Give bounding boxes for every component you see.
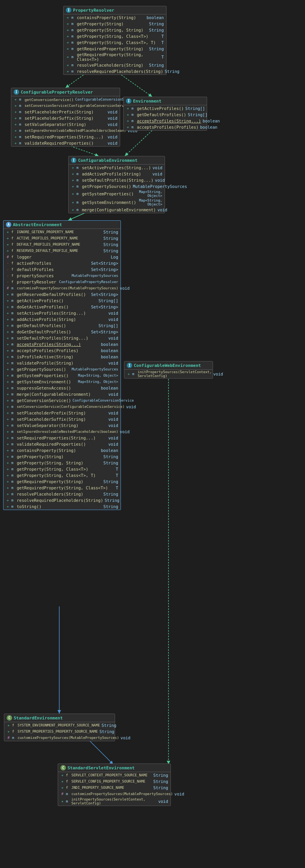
kind-icon: m — [76, 166, 80, 170]
member-name: resolvePlaceholders(String) — [17, 492, 102, 496]
member-name: resolvePlaceholders(String) — [77, 63, 147, 67]
vis-icon: + — [126, 106, 130, 110]
member-row: +fDEFAULT_PROFILES_PROPERTY_NAMEString — [4, 241, 121, 248]
class-icon: C — [60, 765, 66, 771]
member-name: logger — [17, 255, 109, 259]
member-row: #mcustomizePropertySources(MutableProper… — [58, 791, 170, 797]
vis-icon: # — [60, 792, 64, 796]
member-name: validateRequiredProperties() — [17, 442, 107, 446]
kind-icon: m — [71, 34, 75, 38]
kind-icon: m — [131, 106, 135, 110]
member-row: +msetPlaceholderSuffix(String)void — [11, 115, 120, 121]
member-row: +mcontainsProperty(String)boolean — [64, 14, 166, 21]
member-row: +mgetProperty(String, Class<T>, T)T — [64, 39, 166, 46]
member-type: boolean — [101, 342, 118, 347]
member-row: +mgetProperty(String, Class<T>)T — [4, 466, 121, 472]
vis-icon: + — [6, 492, 10, 496]
member-name: getReservedDefaultProfiles() — [17, 292, 89, 297]
member-type: T — [116, 485, 118, 490]
vis-icon: + — [6, 336, 10, 340]
vis-icon: + — [6, 317, 10, 321]
member-type: Map<String, Object> — [78, 380, 118, 384]
member-name: resolveRequiredPlaceholders(String) — [77, 69, 163, 74]
vis-icon: + — [71, 178, 75, 182]
member-name: customizePropertySources(MutableProperty… — [17, 286, 118, 290]
member-name: setDefaultProfiles(String...) — [82, 178, 153, 182]
member-name: addActiveProfile(String) — [17, 317, 107, 322]
member-type: String — [103, 242, 118, 247]
vis-icon: + — [6, 249, 10, 253]
kind-icon: m — [11, 405, 15, 409]
member-name: setValueSeparator(String) — [25, 122, 106, 127]
member-type: String — [103, 230, 118, 234]
class-standardenvironment: C StandardEnvironment +fSYSTEM_ENVIRONME… — [4, 714, 115, 741]
member-name: setConversionService(ConfigurableConvers… — [17, 405, 124, 409]
member-name: getProperty(String, Class<T>) — [17, 467, 114, 471]
vis-icon: + — [60, 799, 64, 803]
member-row: +msetConversionService(ConfigurableConve… — [11, 103, 120, 109]
member-type: void — [126, 404, 136, 409]
member-name: suppressGetenvAccess() — [17, 386, 99, 390]
member-type: boolean — [202, 119, 220, 123]
vis-icon: + — [126, 119, 130, 123]
member-name: setIgnoreUnresolvableNestedPlaceholders(… — [25, 129, 126, 133]
vis-icon: # — [6, 255, 10, 259]
member-name: getConversionService() — [25, 97, 74, 102]
member-row: +maddActiveProfile(String)void — [69, 171, 165, 177]
member-type: String[] — [98, 298, 118, 303]
member-name: getRequiredProperty(String) — [77, 46, 147, 51]
member-type: Set<String> — [91, 305, 118, 309]
member-name: RESERVED_DEFAULT_PROFILE_NAME — [17, 249, 102, 253]
member-row: +mmerge(ConfigurableEnvironment)void — [69, 207, 165, 213]
member-type: String — [103, 504, 118, 509]
member-name: ACTIVE_PROFILES_PROPERTY_NAME — [17, 236, 102, 240]
kind-icon: m — [76, 172, 80, 176]
kind-icon: m — [19, 110, 23, 114]
kind-icon: m — [76, 200, 80, 204]
member-row: +mgetConversionService()ConfigurableConv… — [4, 397, 121, 404]
kind-icon: m — [19, 104, 23, 108]
vis-icon: + — [6, 349, 10, 353]
vis-icon: + — [6, 367, 10, 371]
member-row: +mgetProperty(String)String — [4, 453, 121, 460]
member-type: String — [103, 461, 118, 465]
member-type: void — [120, 286, 129, 291]
member-name: getProperty(String) — [77, 21, 147, 26]
class-icon: C — [7, 715, 12, 721]
member-row: +mgetPropertySources()MutablePropertySou… — [4, 366, 121, 372]
member-row: +msetPlaceholderSuffix(String)void — [4, 416, 121, 422]
kind-icon: f — [11, 274, 15, 278]
member-type: void — [121, 735, 130, 740]
member-row: +fSYSTEM_PROPERTIES_PROPERTY_SOURCE_NAME… — [4, 728, 115, 735]
member-name: getRequiredProperty(String, Class<T>) — [77, 52, 160, 62]
member-type: void — [213, 372, 223, 376]
kind-icon: m — [11, 417, 15, 421]
member-name: getRequiredProperty(String) — [17, 479, 102, 484]
member-name: getSystemProperties() — [17, 373, 76, 378]
member-row: +msetDefaultProfiles(String...)void — [4, 335, 121, 341]
abstract-icon: A — [6, 222, 11, 227]
kind-icon: m — [11, 442, 15, 446]
member-type: boolean — [101, 348, 118, 353]
member-type: Set<String> — [91, 261, 118, 266]
member-name: setActiveProfiles(String...) — [82, 165, 151, 170]
member-name: getActiveProfiles() — [17, 298, 97, 303]
member-row: +fACTIVE_PROFILES_PROPERTY_NAMEString — [4, 235, 121, 241]
member-row: -factiveProfilesSet<String> — [4, 260, 121, 266]
kind-icon: m — [132, 372, 136, 376]
member-name: getProperty(String, Class<T>) — [77, 34, 160, 39]
member-row: +fJNDI_PROPERTY_SOURCE_NAMEString — [58, 785, 170, 791]
member-row: +mgetSystemEnvironment()Map<String, Obje… — [69, 198, 165, 207]
member-name: addActiveProfile(String) — [82, 172, 151, 176]
member-type: String — [149, 63, 164, 67]
members-cwe: +minitPropertySources(ServletContext, Se… — [124, 370, 213, 378]
member-row: +macceptsProfiles(Profiles)boolean — [124, 124, 207, 130]
member-row: +mgetSystemProperties()Map<String, Objec… — [4, 372, 121, 379]
kind-icon: m — [131, 119, 135, 123]
interface-icon: I — [126, 98, 131, 104]
kind-icon: m — [11, 330, 15, 334]
member-type: boolean — [200, 125, 217, 129]
member-row: +msetIgnoreUnresolvableNestedPlaceholder… — [4, 429, 121, 435]
class-configurablewebenvironment: I ConfigurableWebEnvironment +minitPrope… — [124, 361, 213, 379]
kind-icon: m — [11, 349, 15, 353]
